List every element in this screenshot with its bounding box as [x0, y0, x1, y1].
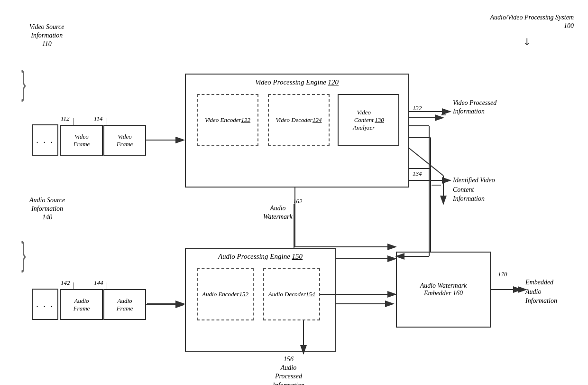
identified-video-label: Identified VideoContentInformation [453, 176, 495, 204]
video-dots-box: . . . [32, 124, 58, 156]
video-source-label: Video SourceInformation110 [29, 23, 64, 49]
system-arrow-icon: ↘ [520, 35, 534, 48]
video-source-brace: } [21, 66, 26, 100]
ref-134-label: 134 [413, 170, 422, 178]
video-encoder-box: Video Encoder122 [197, 94, 258, 146]
ref-162-label: 162 [293, 197, 303, 206]
video-frame-1-box: VideoFrame [60, 125, 103, 156]
embedded-audio-label: EmbeddedAudioInformation [525, 278, 557, 306]
video-content-analyzer-box: VideoContentAnalyzer130 [338, 94, 399, 146]
video-processed-label: Video ProcessedInformation [453, 99, 496, 116]
audio-frame-1-box: AudioFrame [60, 289, 103, 320]
system-title-label: Audio/Video Processing System 100 [490, 13, 574, 30]
audio-frame2-ref-label: 144 [94, 279, 103, 287]
ref-tick-114 [107, 118, 107, 125]
ref-132-label: 132 [413, 104, 422, 113]
audio-decoder-box: Audio Decoder154 [263, 268, 320, 320]
video-frame2-ref-label: 114 [94, 115, 103, 123]
video-frame-2-box: VideoFrame [103, 125, 146, 156]
audio-source-label: Audio SourceInformation140 [29, 196, 65, 222]
audio-watermark-label: AudioWatermark [263, 204, 293, 221]
audio-source-brace: } [21, 237, 26, 271]
audio-watermark-embedder-box: Audio WatermarkEmbedder 160 [396, 252, 491, 328]
video-frame1-ref-label: 112 [61, 115, 70, 123]
audio-processed-label: 156AudioProcessedInformation [273, 355, 304, 385]
audio-encoder-box: Audio Encoder152 [197, 268, 254, 320]
ref-tick-112 [74, 118, 74, 125]
video-decoder-box: Video Decoder124 [268, 94, 330, 146]
audio-frame-2-box: AudioFrame [103, 289, 146, 320]
ref-170-label: 170 [498, 271, 507, 279]
audio-dots-box: . . . [32, 289, 58, 320]
audio-frame1-ref-label: 142 [61, 279, 70, 287]
ref-tick-144 [107, 282, 107, 289]
ref-tick-142 [74, 282, 74, 289]
